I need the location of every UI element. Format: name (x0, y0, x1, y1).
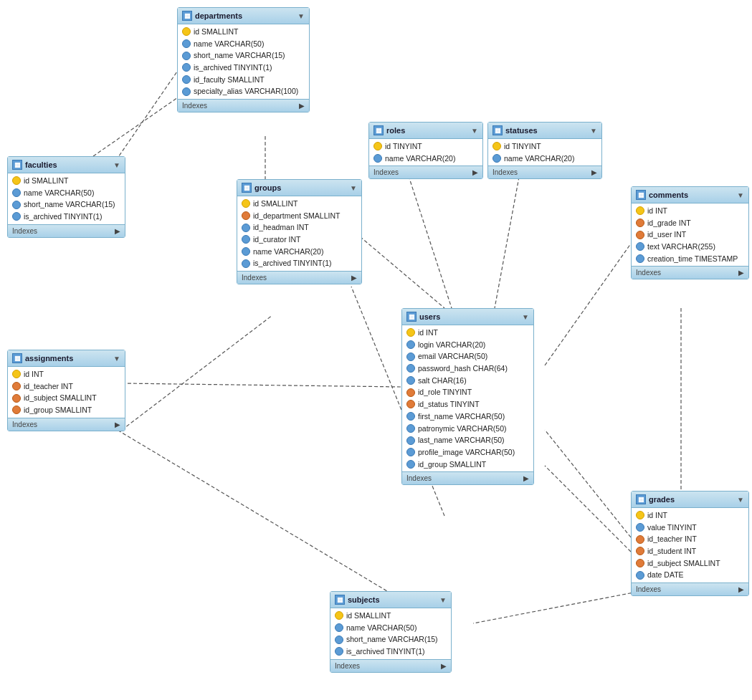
table-row: id INT (8, 368, 125, 380)
table-row: id INT (632, 205, 748, 217)
svg-line-12 (545, 430, 631, 537)
table-grades-icon: ▦ (636, 494, 646, 504)
table-users-arrow[interactable]: ▼ (522, 313, 529, 321)
field-icon (406, 376, 415, 385)
pk-icon (636, 511, 644, 519)
table-row: id_headman INT (237, 221, 361, 234)
table-row: is_archived TINYINT(1) (330, 646, 451, 658)
table-row: id_student INT (632, 545, 748, 557)
table-row: id_subject SMALLINT (632, 557, 748, 570)
table-users-body: id INT login VARCHAR(20) email VARCHAR(5… (402, 325, 533, 471)
table-faculties-title: faculties (25, 160, 110, 169)
table-comments-arrow[interactable]: ▼ (737, 191, 744, 199)
table-grades-indexes[interactable]: Indexes ▶ (632, 582, 748, 595)
table-row: id TINYINT (369, 140, 482, 153)
table-grades-header: ▦ grades ▼ (632, 492, 748, 508)
table-roles-icon: ▦ (373, 125, 384, 135)
table-row: name VARCHAR(20) (237, 246, 361, 258)
table-row: profile_image VARCHAR(50) (402, 446, 533, 459)
table-row: id_user INT (632, 229, 748, 241)
table-row: id_department SMALLINT (237, 210, 361, 222)
field-icon (182, 75, 191, 84)
table-subjects-arrow[interactable]: ▼ (439, 596, 447, 604)
table-row: salt CHAR(16) (402, 375, 533, 387)
table-row: first_name VARCHAR(50) (402, 411, 533, 423)
erd-diagram: ▦ departments ▼ id SMALLINT name VARCHAR… (0, 0, 752, 700)
table-departments-indexes[interactable]: Indexes ▶ (178, 99, 309, 112)
table-row: short_name VARCHAR(15) (330, 633, 451, 646)
table-comments-icon: ▦ (636, 190, 646, 200)
table-grades-arrow[interactable]: ▼ (737, 496, 744, 504)
table-subjects: ▦ subjects ▼ id SMALLINT name VARCHAR(50… (330, 591, 452, 673)
pk-icon (492, 142, 501, 150)
field-icon (12, 188, 21, 197)
table-row: is_archived TINYINT(1) (178, 62, 309, 74)
table-groups-arrow[interactable]: ▼ (350, 184, 357, 192)
table-statuses-arrow[interactable]: ▼ (590, 127, 597, 135)
table-row: name VARCHAR(50) (178, 38, 309, 50)
svg-line-6 (545, 244, 631, 365)
table-row: id SMALLINT (330, 610, 451, 622)
fk-icon (12, 394, 21, 403)
table-faculties-arrow[interactable]: ▼ (113, 161, 120, 169)
table-row: date DATE (632, 569, 748, 581)
table-users-indexes[interactable]: Indexes ▶ (402, 471, 533, 484)
table-faculties: ▦ faculties ▼ id SMALLINT name VARCHAR(5… (7, 156, 125, 238)
table-row: id INT (632, 509, 748, 522)
table-roles-indexes[interactable]: Indexes ▶ (369, 166, 482, 178)
table-row: id_teacher INT (632, 533, 748, 545)
field-icon (406, 412, 415, 421)
pk-icon (182, 27, 191, 36)
table-statuses-indexes[interactable]: Indexes ▶ (488, 166, 601, 178)
table-users-icon: ▦ (406, 312, 417, 322)
table-row: id_curator INT (237, 234, 361, 246)
table-comments-indexes[interactable]: Indexes ▶ (632, 266, 748, 279)
table-row: specialty_alias VARCHAR(100) (178, 85, 309, 97)
table-faculties-indexes[interactable]: Indexes ▶ (8, 224, 125, 237)
field-icon (182, 63, 191, 72)
svg-line-3 (351, 229, 444, 308)
table-row: name VARCHAR(50) (330, 622, 451, 634)
table-roles: ▦ roles ▼ id TINYINT name VARCHAR(20) In… (368, 122, 483, 179)
table-roles-header: ▦ roles ▼ (369, 123, 482, 139)
table-row: patronymic VARCHAR(50) (402, 423, 533, 435)
table-users-title: users (419, 312, 519, 321)
table-assignments-arrow[interactable]: ▼ (113, 355, 120, 363)
table-groups-indexes[interactable]: Indexes ▶ (237, 271, 361, 284)
table-statuses-icon: ▦ (492, 125, 503, 135)
table-statuses: ▦ statuses ▼ id TINYINT name VARCHAR(20)… (487, 122, 602, 179)
table-departments-header: ▦ departments ▼ (178, 8, 309, 24)
table-faculties-body: id SMALLINT name VARCHAR(50) short_name … (8, 173, 125, 224)
table-comments: ▦ comments ▼ id INT id_grade INT id_user… (631, 186, 749, 279)
table-assignments-indexes[interactable]: Indexes ▶ (8, 418, 125, 431)
field-icon (492, 154, 501, 163)
field-icon (242, 259, 250, 268)
field-icon (636, 254, 644, 263)
table-faculties-header: ▦ faculties ▼ (8, 157, 125, 173)
table-row: name VARCHAR(50) (8, 187, 125, 199)
table-assignments-header: ▦ assignments ▼ (8, 350, 125, 367)
table-row: value TINYINT (632, 522, 748, 534)
table-groups-header: ▦ groups ▼ (237, 180, 361, 196)
table-roles-arrow[interactable]: ▼ (471, 127, 478, 135)
table-row: login VARCHAR(20) (402, 339, 533, 351)
table-row: short_name VARCHAR(15) (8, 198, 125, 211)
field-icon (242, 235, 250, 244)
pk-icon (12, 370, 21, 378)
table-users-header: ▦ users ▼ (402, 309, 533, 325)
table-subjects-indexes[interactable]: Indexes ▶ (330, 659, 451, 672)
pk-icon (406, 328, 415, 337)
field-icon (335, 623, 343, 632)
table-row: id_subject SMALLINT (8, 392, 125, 404)
field-icon (406, 353, 415, 361)
table-row: id_teacher INT (8, 380, 125, 393)
table-groups-icon: ▦ (242, 183, 252, 193)
pk-icon (12, 176, 21, 185)
table-row: last_name VARCHAR(50) (402, 434, 533, 446)
field-icon (406, 424, 415, 433)
table-departments-arrow[interactable]: ▼ (298, 12, 305, 20)
table-statuses-header: ▦ statuses ▼ (488, 123, 601, 139)
table-row: id SMALLINT (178, 26, 309, 38)
fk-icon (636, 219, 644, 227)
table-departments-body: id SMALLINT name VARCHAR(50) short_name … (178, 24, 309, 99)
